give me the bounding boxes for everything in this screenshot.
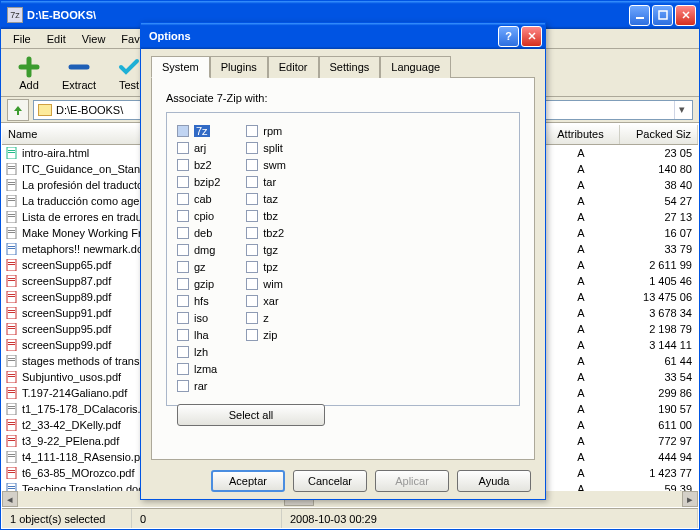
checkbox[interactable] bbox=[246, 244, 258, 256]
extract-button[interactable]: Extract bbox=[57, 53, 101, 93]
checkbox[interactable] bbox=[177, 125, 189, 137]
ext-item-z[interactable]: z bbox=[246, 310, 286, 326]
ext-item-tpz[interactable]: tpz bbox=[246, 259, 286, 275]
cancel-button[interactable]: Cancelar bbox=[293, 470, 367, 492]
ext-label: tbz bbox=[263, 210, 278, 222]
svg-rect-45 bbox=[8, 374, 15, 375]
ext-item-cab[interactable]: cab bbox=[177, 191, 220, 207]
add-button[interactable]: Add bbox=[7, 53, 51, 93]
checkbox[interactable] bbox=[177, 159, 189, 171]
checkbox[interactable] bbox=[177, 261, 189, 273]
ok-button[interactable]: Aceptar bbox=[211, 470, 285, 492]
tab-system[interactable]: System bbox=[151, 56, 210, 78]
checkbox[interactable] bbox=[246, 261, 258, 273]
checkbox[interactable] bbox=[177, 346, 189, 358]
ext-label: rar bbox=[194, 380, 207, 392]
ext-item-split[interactable]: split bbox=[246, 140, 286, 156]
ext-label: cab bbox=[194, 193, 212, 205]
svg-rect-28 bbox=[8, 280, 15, 281]
ext-item-lzh[interactable]: lzh bbox=[177, 344, 220, 360]
menu-file[interactable]: File bbox=[5, 31, 39, 47]
dialog-close-button[interactable] bbox=[521, 26, 542, 47]
file-icon bbox=[5, 163, 19, 175]
checkbox[interactable] bbox=[246, 159, 258, 171]
checkbox[interactable] bbox=[177, 312, 189, 324]
checkbox[interactable] bbox=[246, 329, 258, 341]
checkbox[interactable] bbox=[246, 125, 258, 137]
tab-editor[interactable]: Editor bbox=[268, 56, 319, 78]
ext-item-lha[interactable]: lha bbox=[177, 327, 220, 343]
file-attr: A bbox=[542, 147, 620, 159]
minimize-button[interactable] bbox=[629, 5, 650, 26]
select-all-button[interactable]: Select all bbox=[177, 404, 325, 426]
ext-item-7z[interactable]: 7z bbox=[177, 123, 220, 139]
up-button[interactable] bbox=[7, 99, 29, 121]
path-dropdown-icon[interactable]: ▾ bbox=[674, 101, 688, 119]
ext-item-zip[interactable]: zip bbox=[246, 327, 286, 343]
close-button[interactable] bbox=[675, 5, 696, 26]
checkbox[interactable] bbox=[177, 142, 189, 154]
ext-item-bzip2[interactable]: bzip2 bbox=[177, 174, 220, 190]
checkbox[interactable] bbox=[177, 193, 189, 205]
ext-item-tbz2[interactable]: tbz2 bbox=[246, 225, 286, 241]
checkbox[interactable] bbox=[177, 363, 189, 375]
maximize-button[interactable] bbox=[652, 5, 673, 26]
ext-item-rpm[interactable]: rpm bbox=[246, 123, 286, 139]
ext-item-gz[interactable]: gz bbox=[177, 259, 220, 275]
ext-item-deb[interactable]: deb bbox=[177, 225, 220, 241]
checkbox[interactable] bbox=[246, 176, 258, 188]
checkbox[interactable] bbox=[246, 295, 258, 307]
ext-item-swm[interactable]: swm bbox=[246, 157, 286, 173]
checkbox[interactable] bbox=[177, 295, 189, 307]
checkbox[interactable] bbox=[177, 329, 189, 341]
menu-view[interactable]: View bbox=[74, 31, 114, 47]
menu-edit[interactable]: Edit bbox=[39, 31, 74, 47]
ext-item-gzip[interactable]: gzip bbox=[177, 276, 220, 292]
checkbox[interactable] bbox=[177, 210, 189, 222]
file-attr: A bbox=[542, 371, 620, 383]
ext-item-dmg[interactable]: dmg bbox=[177, 242, 220, 258]
window-title: D:\E-BOOKS\ bbox=[27, 9, 629, 21]
dialog-help-button[interactable]: ? bbox=[498, 26, 519, 47]
checkbox[interactable] bbox=[246, 278, 258, 290]
ext-label: taz bbox=[263, 193, 278, 205]
apply-button[interactable]: Aplicar bbox=[375, 470, 449, 492]
checkbox[interactable] bbox=[246, 142, 258, 154]
ext-item-hfs[interactable]: hfs bbox=[177, 293, 220, 309]
col-attributes[interactable]: Attributes bbox=[542, 125, 620, 144]
checkbox[interactable] bbox=[177, 227, 189, 239]
checkbox[interactable] bbox=[246, 193, 258, 205]
scroll-right-icon[interactable]: ▸ bbox=[682, 491, 698, 507]
ext-item-wim[interactable]: wim bbox=[246, 276, 286, 292]
checkbox[interactable] bbox=[246, 227, 258, 239]
tab-plugins[interactable]: Plugins bbox=[210, 56, 268, 78]
ext-item-taz[interactable]: taz bbox=[246, 191, 286, 207]
ext-item-arj[interactable]: arj bbox=[177, 140, 220, 156]
checkbox[interactable] bbox=[177, 278, 189, 290]
ext-item-lzma[interactable]: lzma bbox=[177, 361, 220, 377]
file-attr: A bbox=[542, 387, 620, 399]
ext-item-xar[interactable]: xar bbox=[246, 293, 286, 309]
checkbox[interactable] bbox=[177, 380, 189, 392]
col-packed-size[interactable]: Packed Siz bbox=[620, 125, 698, 144]
ext-label: arj bbox=[194, 142, 206, 154]
ext-item-tbz[interactable]: tbz bbox=[246, 208, 286, 224]
options-dialog: Options ? SystemPluginsEditorSettingsLan… bbox=[140, 22, 546, 500]
scroll-left-icon[interactable]: ◂ bbox=[2, 491, 18, 507]
svg-rect-19 bbox=[8, 232, 15, 233]
ext-item-tar[interactable]: tar bbox=[246, 174, 286, 190]
help-button[interactable]: Ayuda bbox=[457, 470, 531, 492]
ext-item-tgz[interactable]: tgz bbox=[246, 242, 286, 258]
ext-item-rar[interactable]: rar bbox=[177, 378, 220, 394]
ext-item-cpio[interactable]: cpio bbox=[177, 208, 220, 224]
checkbox[interactable] bbox=[246, 312, 258, 324]
tab-settings[interactable]: Settings bbox=[319, 56, 381, 78]
ext-item-bz2[interactable]: bz2 bbox=[177, 157, 220, 173]
dialog-buttons: Aceptar Cancelar Aplicar Ayuda bbox=[151, 470, 535, 492]
file-name: metaphors!! newmark.doc bbox=[22, 243, 149, 255]
checkbox[interactable] bbox=[246, 210, 258, 222]
checkbox[interactable] bbox=[177, 244, 189, 256]
checkbox[interactable] bbox=[177, 176, 189, 188]
ext-item-iso[interactable]: iso bbox=[177, 310, 220, 326]
tab-language[interactable]: Language bbox=[380, 56, 451, 78]
